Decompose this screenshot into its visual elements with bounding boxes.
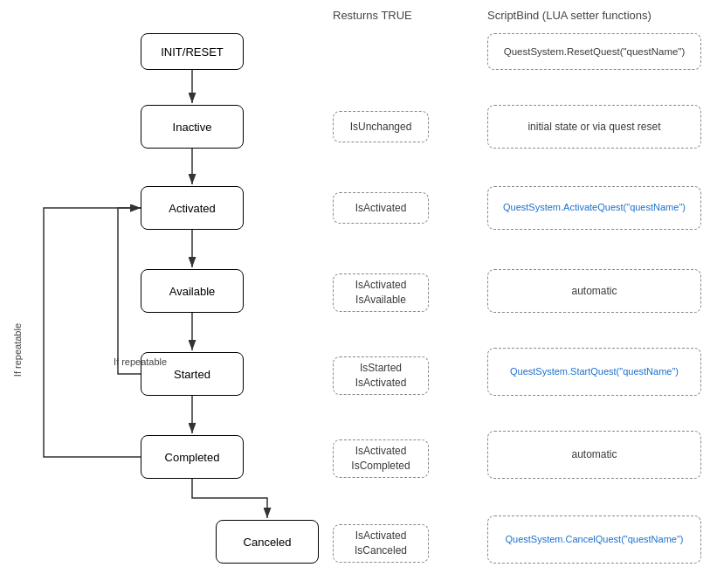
state-canceled: Canceled bbox=[216, 520, 319, 564]
state-available: Available bbox=[141, 269, 244, 313]
state-activated: Activated bbox=[141, 186, 244, 230]
label-if-repeatable-right: If repeatable bbox=[114, 356, 167, 367]
sb-canceled: QuestSystem.CancelQuest("questName") bbox=[487, 515, 701, 564]
diagram-container: Resturns TRUE ScriptBind (LUA setter fun… bbox=[0, 0, 717, 588]
sb-inactive: initial state or via quest reset bbox=[487, 105, 701, 149]
header-returns: Resturns TRUE bbox=[333, 9, 412, 22]
sb-completed: automatic bbox=[487, 431, 701, 479]
sb-activated: QuestSystem.ActivateQuest("questName") bbox=[487, 186, 701, 230]
sb-started: QuestSystem.StartQuest("questName") bbox=[487, 348, 701, 396]
return-available: IsActivated IsAvailable bbox=[333, 273, 429, 312]
sb-init: QuestSystem.ResetQuest("questName") bbox=[487, 33, 701, 70]
sb-available: automatic bbox=[487, 269, 701, 313]
state-inactive: Inactive bbox=[141, 105, 244, 149]
return-completed: IsActivated IsCompleted bbox=[333, 439, 429, 478]
state-init: INIT/RESET bbox=[141, 33, 244, 70]
return-started: IsStarted IsActivated bbox=[333, 356, 429, 395]
header-scriptbind: ScriptBind (LUA setter functions) bbox=[487, 9, 652, 22]
return-inactive: IsUnchanged bbox=[333, 111, 429, 142]
state-completed: Completed bbox=[141, 435, 244, 479]
return-canceled: IsActivated IsCanceled bbox=[333, 524, 429, 563]
label-if-repeatable-left: If repeatable bbox=[12, 323, 23, 377]
return-activated: IsActivated bbox=[333, 192, 429, 224]
